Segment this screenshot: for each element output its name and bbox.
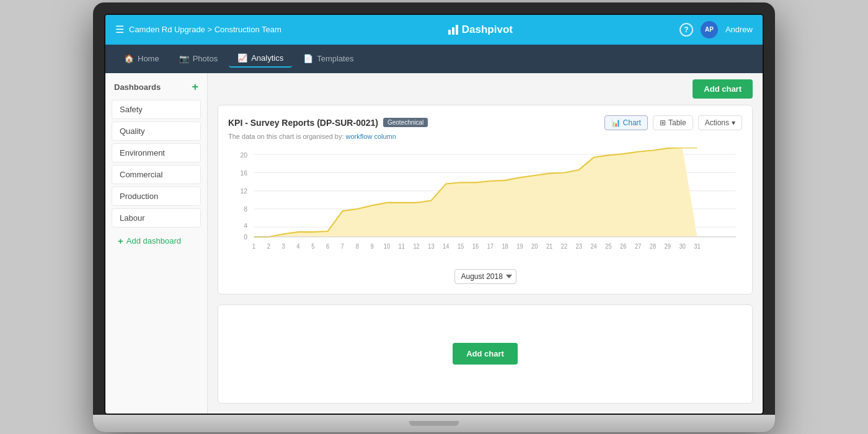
svg-text:4: 4 xyxy=(244,222,247,229)
top-bar-right: ? AP Andrew xyxy=(680,21,753,38)
analytics-icon: 📈 xyxy=(237,53,247,63)
svg-text:27: 27 xyxy=(635,242,641,249)
empty-chart-card: Add chart xyxy=(218,304,753,404)
add-dashboard-plus-btn-icon: + xyxy=(118,236,123,246)
templates-icon: 📄 xyxy=(303,54,313,63)
chart-title: KPI - Survey Reports (DP-SUR-0021) xyxy=(228,118,378,128)
svg-text:26: 26 xyxy=(620,242,626,249)
user-name: Andrew xyxy=(725,25,753,34)
add-chart-center-button[interactable]: Add chart xyxy=(453,343,518,365)
logo-bar-1 xyxy=(448,30,451,35)
chart-card: KPI - Survey Reports (DP-SUR-0021) Geote… xyxy=(218,105,753,294)
nav-bar: 🏠 Home 📷 Photos 📈 Analytics 📄 Templates xyxy=(105,45,763,73)
month-selector: August 2018 xyxy=(228,269,742,284)
svg-text:29: 29 xyxy=(665,242,671,249)
sidebar-item-environment[interactable]: Environment xyxy=(112,143,201,162)
sidebar-title: Dashboards xyxy=(114,82,161,92)
nav-item-analytics[interactable]: 📈 Analytics xyxy=(229,50,292,68)
svg-text:14: 14 xyxy=(443,242,450,249)
svg-text:18: 18 xyxy=(502,242,508,249)
photos-icon: 📷 xyxy=(179,54,189,63)
sidebar-item-commercial[interactable]: Commercial xyxy=(112,165,201,184)
add-chart-button[interactable]: Add chart xyxy=(693,79,753,99)
laptop-base xyxy=(93,415,775,432)
svg-text:17: 17 xyxy=(487,242,494,249)
svg-text:5: 5 xyxy=(311,242,314,249)
svg-text:12: 12 xyxy=(241,187,248,194)
laptop-frame: ☰ Camden Rd Upgrade > Construction Team … xyxy=(93,2,775,432)
content-header: Add chart xyxy=(208,73,763,105)
geo-badge: Geotechnical xyxy=(383,118,428,127)
svg-text:15: 15 xyxy=(458,242,464,249)
nav-item-home[interactable]: 🏠 Home xyxy=(115,50,168,67)
home-icon: 🏠 xyxy=(124,54,134,63)
sidebar-item-safety[interactable]: Safety xyxy=(112,100,201,119)
svg-text:30: 30 xyxy=(679,242,686,249)
table-view-button[interactable]: ⊞ Table xyxy=(653,115,693,130)
top-bar: ☰ Camden Rd Upgrade > Construction Team … xyxy=(105,15,763,45)
svg-text:24: 24 xyxy=(590,242,597,249)
sidebar-header: Dashboards + xyxy=(112,81,201,94)
svg-text:12: 12 xyxy=(413,242,419,249)
svg-text:1: 1 xyxy=(252,242,255,249)
svg-text:19: 19 xyxy=(516,242,523,249)
svg-text:25: 25 xyxy=(605,242,611,249)
svg-text:6: 6 xyxy=(326,242,329,249)
main-content: Dashboards + Safety Quality Environment … xyxy=(105,73,763,414)
svg-text:9: 9 xyxy=(371,242,374,249)
sidebar-item-production[interactable]: Production xyxy=(112,187,201,206)
logo-bar-2 xyxy=(452,27,454,35)
hamburger-icon[interactable]: ☰ xyxy=(115,24,124,35)
svg-text:2: 2 xyxy=(267,242,270,249)
top-bar-center: Dashpivot xyxy=(448,24,513,36)
svg-text:31: 31 xyxy=(694,242,700,249)
sidebar-item-quality[interactable]: Quality xyxy=(112,122,201,141)
brand-name: Dashpivot xyxy=(462,24,513,36)
svg-text:20: 20 xyxy=(241,151,248,158)
nav-item-photos[interactable]: 📷 Photos xyxy=(170,50,226,67)
svg-text:10: 10 xyxy=(384,242,391,249)
svg-text:8: 8 xyxy=(244,205,247,213)
sidebar-item-labour[interactable]: Labour xyxy=(112,208,201,228)
avatar: AP xyxy=(701,21,718,38)
svg-text:3: 3 xyxy=(282,242,285,249)
chart-controls: 📊 Chart ⊞ Table Actions ▾ xyxy=(604,115,742,130)
workflow-column-link[interactable]: workflow column xyxy=(346,133,396,140)
svg-text:13: 13 xyxy=(428,242,434,249)
table-icon: ⊞ xyxy=(660,118,666,127)
chart-container: 0 4 8 12 16 20 xyxy=(228,148,742,262)
add-dashboard-plus-icon[interactable]: + xyxy=(192,81,198,94)
svg-text:7: 7 xyxy=(341,242,344,249)
actions-button[interactable]: Actions ▾ xyxy=(698,115,742,130)
sidebar: Dashboards + Safety Quality Environment … xyxy=(105,73,208,414)
svg-text:23: 23 xyxy=(576,242,582,249)
svg-text:21: 21 xyxy=(546,242,552,249)
month-dropdown[interactable]: August 2018 xyxy=(454,269,516,284)
laptop-notch xyxy=(409,421,459,426)
brand-logo xyxy=(448,25,458,35)
chart-subtitle: The data on this chart is organised by: … xyxy=(228,133,742,140)
chart-svg: 0 4 8 12 16 20 xyxy=(228,148,742,259)
chart-title-row: KPI - Survey Reports (DP-SUR-0021) Geote… xyxy=(228,118,428,128)
laptop-screen: ☰ Camden Rd Upgrade > Construction Team … xyxy=(104,14,764,415)
top-bar-left: ☰ Camden Rd Upgrade > Construction Team xyxy=(115,24,281,35)
chart-view-button[interactable]: 📊 Chart xyxy=(604,115,648,130)
svg-marker-12 xyxy=(254,148,697,237)
svg-text:16: 16 xyxy=(241,169,248,176)
svg-text:28: 28 xyxy=(650,242,656,249)
chart-card-header: KPI - Survey Reports (DP-SUR-0021) Geote… xyxy=(228,115,742,130)
breadcrumb: Camden Rd Upgrade > Construction Team xyxy=(129,25,281,34)
svg-text:4: 4 xyxy=(296,242,300,249)
chart-icon: 📊 xyxy=(611,118,621,127)
content-area: Add chart KPI - Survey Reports (DP-SUR-0… xyxy=(208,73,763,414)
svg-text:11: 11 xyxy=(399,242,405,249)
add-dashboard-button[interactable]: + Add dashboard xyxy=(112,231,201,250)
nav-item-templates[interactable]: 📄 Templates xyxy=(294,50,362,67)
logo-bar-3 xyxy=(456,25,458,35)
svg-text:20: 20 xyxy=(531,242,538,249)
svg-text:22: 22 xyxy=(561,242,567,249)
svg-text:0: 0 xyxy=(244,233,247,241)
svg-text:8: 8 xyxy=(356,242,359,249)
chevron-down-icon: ▾ xyxy=(732,118,735,127)
help-icon[interactable]: ? xyxy=(680,23,693,37)
